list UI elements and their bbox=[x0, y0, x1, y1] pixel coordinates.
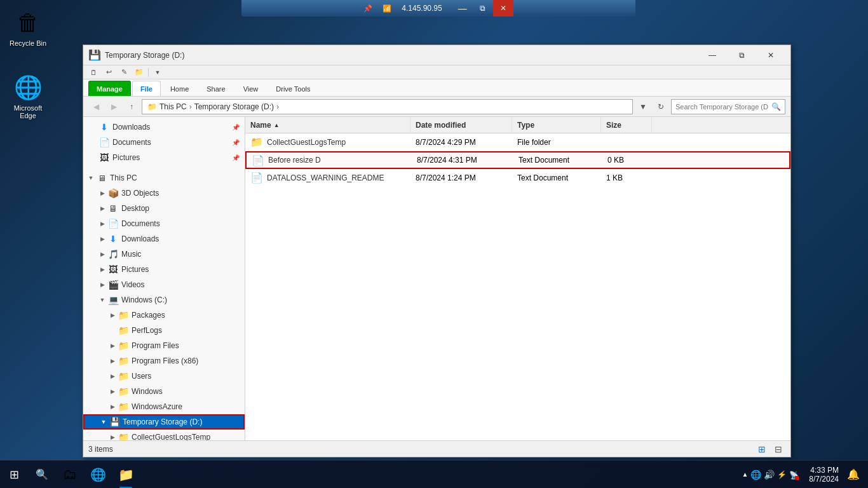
notification-center-button[interactable]: 🔔 bbox=[844, 461, 863, 489]
explorer-taskbar-button[interactable]: 📁 bbox=[112, 461, 140, 489]
cl-icon: 📁 bbox=[118, 431, 129, 440]
speaker-icon[interactable]: 🔊 bbox=[764, 470, 775, 480]
pfx86-icon: 📁 bbox=[118, 355, 129, 367]
systray-up-arrow[interactable]: ▲ bbox=[742, 471, 748, 478]
file-date-1: 8/7/2024 4:29 PM bbox=[416, 138, 476, 147]
search-icon: 🔍 bbox=[771, 102, 781, 111]
edge-taskbar-button[interactable]: 🌐 bbox=[84, 461, 112, 489]
nav-program-files-x86[interactable]: ▶ 📁 Program Files (x86) bbox=[83, 353, 245, 369]
pf-icon: 📁 bbox=[118, 340, 129, 351]
file-col-name-3: 📄 DATALOSS_WARNING_README bbox=[245, 169, 410, 187]
battery-icon: ⚡ bbox=[777, 470, 787, 479]
tab-view[interactable]: View bbox=[235, 81, 267, 96]
dropdown-button[interactable]: ▼ bbox=[635, 99, 651, 114]
col-header-date[interactable]: Date modified bbox=[410, 117, 512, 133]
file-date-2: 8/7/2024 4:31 PM bbox=[417, 156, 477, 165]
forward-button[interactable]: ▶ bbox=[106, 99, 121, 114]
nav-this-pc[interactable]: ▼ 🖥 This PC bbox=[83, 170, 245, 186]
nav-videos-label: Videos bbox=[121, 280, 144, 289]
explorer-taskbar-icon: 📁 bbox=[118, 467, 134, 482]
refresh-button[interactable]: ↻ bbox=[653, 99, 668, 114]
nav-desktop-label: Desktop bbox=[121, 204, 149, 213]
status-bar: 3 items ⊞ ⊟ bbox=[83, 440, 790, 457]
file-col-name-1: 📁 CollectGuestLogsTemp bbox=[245, 133, 410, 151]
taskbar-clock[interactable]: 4:33 PM 8/7/2024 bbox=[804, 461, 844, 489]
nav-videos[interactable]: ▶ 🎬 Videos bbox=[83, 277, 245, 292]
back-button[interactable]: ◀ bbox=[88, 99, 104, 114]
pin-icon: 📌 bbox=[363, 4, 372, 13]
qa-folder-button[interactable]: 📁 bbox=[133, 66, 146, 79]
nav-downloads-label: Downloads bbox=[112, 123, 150, 132]
minimize-window-button[interactable]: — bbox=[698, 45, 727, 65]
nav-program-files[interactable]: ▶ 📁 Program Files bbox=[83, 338, 245, 353]
nav-windowsazure[interactable]: ▶ 📁 WindowsAzure bbox=[83, 399, 245, 414]
nav-windows[interactable]: ▶ 📁 Windows bbox=[83, 384, 245, 399]
edge-taskbar-icon: 🌐 bbox=[90, 467, 106, 482]
nav-documents[interactable]: ▶ 📄 Documents bbox=[83, 216, 245, 231]
file-list: Name ▲ Date modified Type Size bbox=[245, 117, 790, 440]
edge-icon[interactable]: 🌐 Microsoft Edge bbox=[3, 70, 53, 122]
view-controls: ⊞ ⊟ bbox=[755, 442, 785, 456]
path-sep2: › bbox=[276, 102, 279, 111]
address-path[interactable]: 📁 This PC › Temporary Storage (D:) › bbox=[142, 99, 633, 114]
close-window-button[interactable]: ✕ bbox=[756, 45, 785, 65]
nav-documents-quick[interactable]: 📄 Documents 📌 bbox=[83, 135, 245, 150]
maximize-window-button[interactable]: ⧉ bbox=[727, 45, 756, 65]
col-header-name[interactable]: Name ▲ bbox=[245, 117, 410, 133]
nav-music[interactable]: ▶ 🎵 Music bbox=[83, 247, 245, 262]
docs-nav-icon: 📄 bbox=[107, 218, 119, 229]
pics-nav-icon: 🖼 bbox=[107, 264, 119, 275]
desktop-expand: ▶ bbox=[97, 201, 107, 216]
details-view-button[interactable]: ⊞ bbox=[755, 442, 769, 456]
nav-downloads[interactable]: ▶ ⬇ Downloads bbox=[83, 231, 245, 247]
qa-properties-button[interactable]: 🗒 bbox=[87, 66, 100, 79]
nav-winc-label: Windows (C:) bbox=[121, 295, 167, 304]
nav-collect-logs[interactable]: ▶ 📁 CollectGuestLogsTemp bbox=[83, 430, 245, 440]
tab-file[interactable]: File bbox=[132, 81, 161, 96]
path-this-pc[interactable]: This PC bbox=[159, 102, 187, 111]
file-row-dataloss[interactable]: 📄 DATALOSS_WARNING_README 8/7/2024 1:24 … bbox=[245, 169, 790, 187]
nav-pictures[interactable]: ▶ 🖼 Pictures bbox=[83, 262, 245, 277]
close-remote-button[interactable]: ✕ bbox=[493, 0, 513, 17]
path-drive[interactable]: Temporary Storage (D:) bbox=[194, 102, 274, 111]
nav-packages[interactable]: ▶ 📁 Packages bbox=[83, 308, 245, 323]
tab-drive-tools[interactable]: Drive Tools bbox=[268, 81, 318, 96]
tab-manage[interactable]: Manage bbox=[88, 81, 131, 96]
file-col-date-3: 8/7/2024 1:24 PM bbox=[410, 169, 512, 187]
file-type-3: Text Document bbox=[517, 173, 568, 182]
explorer-window: 💾 Temporary Storage (D:) — ⧉ ✕ 🗒 ↩ ✎ 📁 ▼… bbox=[83, 44, 791, 458]
recycle-bin-icon[interactable]: 🗑 Recycle Bin bbox=[3, 5, 53, 50]
col-header-type[interactable]: Type bbox=[512, 117, 601, 133]
search-input[interactable] bbox=[675, 103, 769, 111]
nav-pictures-quick[interactable]: 🖼 Pictures 📌 bbox=[83, 150, 245, 165]
file-row-collect-logs[interactable]: 📁 CollectGuestLogsTemp 8/7/2024 4:29 PM … bbox=[245, 133, 790, 151]
file-list-header: Name ▲ Date modified Type Size bbox=[245, 117, 790, 133]
search-box[interactable]: 🔍 bbox=[671, 99, 785, 114]
nav-perflogs[interactable]: 📁 PerfLogs bbox=[83, 323, 245, 338]
task-view-button[interactable]: 🗂 bbox=[56, 461, 84, 489]
nav-3d-objects[interactable]: ▶ 📦 3D Objects bbox=[83, 186, 245, 201]
tab-share[interactable]: Share bbox=[198, 81, 233, 96]
taskbar-search-button[interactable]: 🔍 bbox=[28, 461, 56, 489]
nav-desktop[interactable]: ▶ 🖥 Desktop bbox=[83, 201, 245, 216]
nav-windows-c[interactable]: ▼ 💻 Windows (C:) bbox=[83, 292, 245, 308]
tab-home[interactable]: Home bbox=[162, 81, 197, 96]
file-row-before-resize[interactable]: 📄 Before resize D 8/7/2024 4:31 PM Text … bbox=[245, 151, 790, 169]
qa-rename-button[interactable]: ✎ bbox=[118, 66, 130, 79]
large-icons-view-button[interactable]: ⊟ bbox=[771, 442, 785, 456]
notification-area: 📡 bbox=[789, 470, 799, 480]
window-icon: 💾 bbox=[88, 49, 101, 61]
col-size-label: Size bbox=[606, 121, 621, 130]
minimize-button[interactable]: — bbox=[452, 0, 473, 17]
col-header-size[interactable]: Size bbox=[601, 117, 652, 133]
qa-undo-button[interactable]: ↩ bbox=[102, 66, 115, 79]
start-button[interactable]: ⊞ bbox=[0, 461, 28, 489]
nav-temp-storage[interactable]: ▼ 💾 Temporary Storage (D:) bbox=[83, 414, 245, 430]
nav-downloads-quick[interactable]: ⬇ Downloads 📌 bbox=[83, 119, 245, 135]
up-button[interactable]: ↑ bbox=[124, 99, 139, 114]
nav-users[interactable]: ▶ 📁 Users bbox=[83, 369, 245, 384]
qa-dropdown-button[interactable]: ▼ bbox=[151, 66, 164, 79]
this-pc-expand: ▼ bbox=[86, 170, 96, 186]
file-size-2: 0 KB bbox=[607, 156, 624, 165]
restore-button[interactable]: ⧉ bbox=[473, 0, 493, 17]
